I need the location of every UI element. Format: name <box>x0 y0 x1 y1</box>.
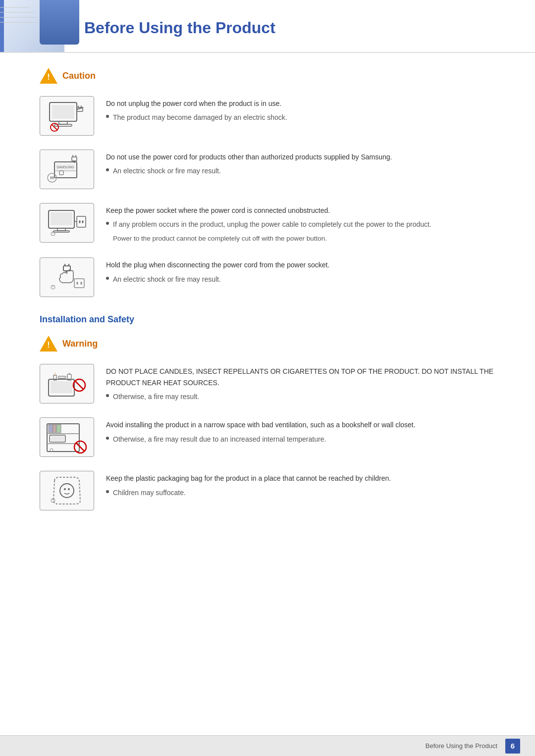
installation-title: Installation and Safety <box>40 314 495 325</box>
footer-page-number: 6 <box>505 739 520 754</box>
warning-item-2-text: Avoid installing the product in a narrow… <box>106 417 495 445</box>
warning-item-1: DO NOT PLACE CANDLES, INSECT REPELLANTS … <box>40 364 495 403</box>
caution-icon-4 <box>40 257 94 297</box>
warning-label: ! Warning <box>40 336 495 352</box>
warning-icon-1 <box>40 364 94 403</box>
page-title: Before Using the Product <box>0 9 535 47</box>
caution-item-3-text: Keep the power socket where the power co… <box>106 203 495 244</box>
warning-icon-3 <box>40 471 94 510</box>
svg-line-63 <box>76 443 84 451</box>
svg-rect-47 <box>58 376 65 378</box>
caution-item-1-text: Do not unplug the power cord when the pr… <box>106 96 495 123</box>
svg-rect-30 <box>77 216 86 227</box>
warning-item-2: Avoid installing the product in a narrow… <box>40 417 495 457</box>
svg-point-32 <box>82 220 84 223</box>
warning-text: Warning <box>62 339 98 349</box>
main-content: ! Caution Do not unplug the p <box>0 68 535 554</box>
svg-rect-57 <box>53 425 56 433</box>
warning-icon-2 <box>40 417 94 457</box>
caution-item-4: Hold the plug when disconnecting the pow… <box>40 257 495 297</box>
warning-item-3: Keep the plastic packaging bag for the p… <box>40 471 495 510</box>
page-footer: Before Using the Product 6 <box>0 735 535 756</box>
svg-point-64 <box>60 484 74 498</box>
svg-rect-19 <box>72 157 77 161</box>
svg-rect-5 <box>52 105 74 119</box>
svg-point-41 <box>81 282 82 285</box>
caution-item-4-text: Hold the plug when disconnecting the pow… <box>106 257 495 285</box>
svg-rect-39 <box>74 279 84 288</box>
warning-item-1-text: DO NOT PLACE CANDLES, INSECT REPELLANTS … <box>106 364 495 402</box>
svg-text:SAMSUNG: SAMSUNG <box>56 165 74 169</box>
warning-icon: ! <box>40 336 57 352</box>
caution-item-2: SAMSUNG Do not use the power cord for pr… <box>40 150 495 189</box>
svg-point-66 <box>68 488 70 490</box>
caution-text: Caution <box>62 71 96 81</box>
caution-icon-1 <box>40 96 94 136</box>
svg-rect-27 <box>51 212 72 225</box>
svg-rect-45 <box>51 381 72 393</box>
svg-rect-17 <box>59 171 63 175</box>
svg-rect-29 <box>54 231 69 232</box>
svg-rect-60 <box>51 436 64 441</box>
footer-text: Before Using the Product <box>426 742 497 750</box>
caution-icon: ! <box>40 68 57 84</box>
warning-item-3-text: Keep the plastic packaging bag for the p… <box>106 471 495 498</box>
caution-icon-3 <box>40 203 94 243</box>
svg-rect-58 <box>56 425 61 433</box>
caution-item-3: Keep the power socket where the power co… <box>40 203 495 244</box>
svg-rect-56 <box>49 425 53 433</box>
page-header: Before Using the Product <box>0 0 535 53</box>
caution-item-2-text: Do not use the power cord for products o… <box>106 150 495 177</box>
caution-item-1: Do not unplug the power cord when the pr… <box>40 96 495 136</box>
svg-line-52 <box>75 381 83 389</box>
svg-point-65 <box>64 488 66 490</box>
svg-point-24 <box>51 176 52 179</box>
svg-point-40 <box>77 282 78 285</box>
svg-point-25 <box>53 176 54 179</box>
caution-icon-2: SAMSUNG <box>40 150 94 189</box>
svg-point-31 <box>79 220 81 223</box>
caution-label: ! Caution <box>40 68 495 84</box>
